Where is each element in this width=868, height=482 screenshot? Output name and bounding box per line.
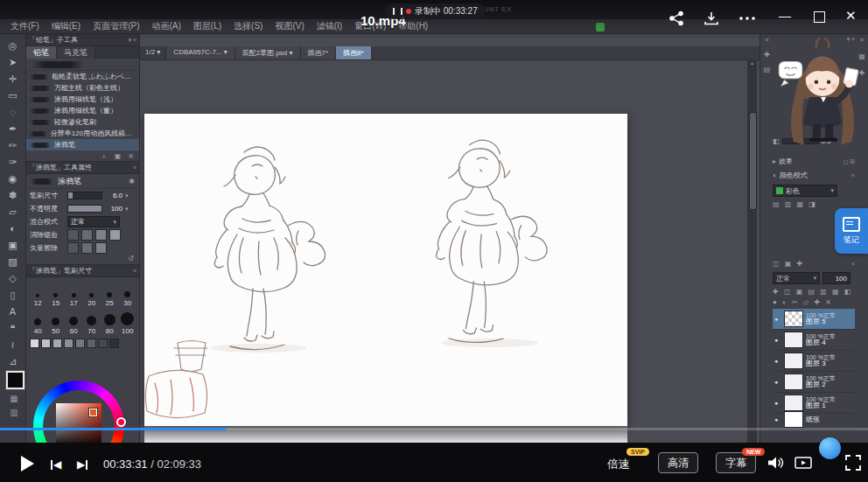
download-icon[interactable] — [704, 10, 719, 26]
eyedropper-tool-icon[interactable]: ⊿ — [4, 353, 23, 370]
stepper-icon[interactable]: ▾ — [125, 206, 129, 213]
brush-size-option[interactable]: 70 — [83, 307, 102, 335]
panel-menu-icon[interactable]: ▾ « — [129, 37, 136, 44]
playback-speed-button[interactable]: 倍速 — [607, 457, 630, 472]
brush-item[interactable]: 粗糙柔软笔 ふわふわペン 中间 — [26, 71, 139, 82]
layer-row[interactable]: ●100 %正常图层 2 — [773, 372, 855, 393]
antialias-strong-option[interactable] — [109, 229, 121, 241]
operation-tool-icon[interactable]: ➤ — [4, 54, 23, 71]
pencil-tool-icon[interactable]: ✏ — [4, 137, 23, 154]
menu-item[interactable]: 选择(S) — [228, 20, 268, 32]
duplicate-brush-icon[interactable]: ▣ — [115, 152, 122, 160]
eraser-tool-icon[interactable]: ▱ — [4, 204, 23, 220]
text-tool-icon[interactable]: A — [4, 304, 23, 320]
brush-item[interactable]: 万能主线（彩色主线） — [26, 82, 139, 94]
blend-mode-dropdown[interactable]: 正常▾ — [67, 216, 120, 227]
canvas-vertical-scrollbar[interactable]: ▴ — [747, 59, 757, 443]
subtool-tab[interactable]: 铅笔 — [26, 46, 57, 59]
frame-tool-icon[interactable]: ▯ — [4, 287, 23, 304]
document-tab[interactable]: 装配2草图.psd ▾ — [235, 46, 301, 59]
layer-visibility-icon[interactable]: ● — [774, 316, 781, 322]
color-mode-select[interactable]: 彩色 ▾ — [773, 185, 837, 197]
canvas-page[interactable] — [144, 114, 627, 426]
next-button[interactable]: ▶ — [77, 458, 88, 471]
vector-eraser-option[interactable] — [67, 242, 79, 254]
brush-size-slider[interactable] — [67, 192, 102, 199]
color-set-icon[interactable]: ▦ — [4, 394, 24, 403]
brush-size-option[interactable]: 40 — [29, 307, 47, 335]
brush-size-option[interactable]: 30 — [119, 279, 137, 307]
play-button[interactable] — [21, 456, 34, 472]
maximize-icon[interactable] — [814, 11, 825, 23]
close-icon[interactable]: ✕ — [845, 8, 857, 24]
line-correction-tool-icon[interactable]: ≀ — [4, 337, 23, 353]
layer-tool-icons[interactable]: ✚ ◫ ▣ ▤ ▥ ▦ ◧ — [773, 288, 855, 296]
shape-tool-icon[interactable]: ◇ — [4, 270, 23, 287]
document-tab[interactable]: CDBA957C-7... ▾ — [166, 46, 234, 59]
menu-item[interactable]: 视图(V) — [270, 20, 309, 32]
delete-brush-icon[interactable]: ✕ — [128, 152, 134, 160]
brush-size-option[interactable]: 15 — [47, 279, 66, 307]
seek-bar[interactable] — [0, 428, 868, 430]
layer-row[interactable]: ●100 %正常图层 3 — [773, 351, 855, 372]
brush-size-option[interactable]: 100 — [119, 307, 137, 335]
move-tool-icon[interactable]: ✛ — [4, 71, 23, 87]
vector-eraser-option[interactable] — [81, 242, 93, 254]
dock-icon-column[interactable]: «✚▤ — [761, 36, 773, 73]
brush-item[interactable]: 涂鸦用细线笔（浅） — [26, 94, 139, 105]
share-icon[interactable] — [668, 10, 684, 26]
layer-visibility-icon[interactable]: ● — [774, 379, 781, 385]
brush-settings-icon[interactable]: ✱ — [129, 178, 135, 185]
gradient-tool-icon[interactable]: ▨ — [4, 254, 23, 270]
menu-item[interactable]: 图层(L) — [188, 20, 227, 32]
layer-row[interactable]: ●100 %正常图层 5 — [773, 309, 855, 330]
selection-tool-icon[interactable]: ▭ — [4, 87, 23, 104]
brush-size-option[interactable]: 80 — [101, 307, 119, 335]
document-tab[interactable]: 插画7* — [301, 46, 337, 59]
zoom-tool-icon[interactable]: ◎ — [4, 38, 23, 54]
panel-menu-icon[interactable]: « — [133, 164, 136, 171]
paper-layer-row[interactable]: ● 纸张 — [773, 409, 855, 430]
effect-icons[interactable]: ◻ ⊞ — [843, 158, 855, 165]
decoration-tool-icon[interactable]: ✽ — [4, 187, 23, 204]
pattern-icon[interactable]: ▥ — [4, 408, 24, 417]
reset-icon[interactable]: ↺ — [128, 255, 134, 264]
antialias-medium-option[interactable] — [95, 229, 107, 241]
layer-visibility-icon[interactable]: ● — [774, 416, 781, 423]
layer-blend-select[interactable]: 正常▾ — [773, 272, 820, 284]
brush-tool-icon[interactable]: ✑ — [4, 154, 23, 171]
main-color-swatch[interactable] — [6, 371, 24, 389]
layer-panel-icons[interactable]: ◫ ▣ ✚« — [773, 260, 855, 268]
brush-size-option[interactable]: 20 — [83, 279, 102, 307]
panel-icons[interactable]: ▤ ▥ ▦ ◨ — [773, 200, 855, 208]
brush-item[interactable]: 涂鸦用细线笔（重） — [26, 105, 139, 116]
quality-button[interactable]: 高清 — [658, 452, 698, 473]
expand-icon[interactable]: ▸ — [773, 157, 776, 165]
brush-size-option[interactable]: 50 — [47, 307, 66, 335]
layer-row[interactable]: ●100 %正常图层 4 — [773, 330, 855, 351]
minimize-icon[interactable]: — — [779, 9, 793, 23]
brush-size-option[interactable]: 12 — [29, 279, 47, 307]
menu-item[interactable]: 文件(F) — [5, 20, 45, 32]
airbrush-tool-icon[interactable]: ◉ — [4, 171, 23, 187]
brush-item[interactable]: 涂鸦笔 — [26, 139, 139, 150]
previous-button[interactable]: ◀ — [51, 458, 61, 471]
assistant-bubble[interactable] — [819, 437, 841, 459]
antialias-weak-option[interactable] — [81, 229, 93, 241]
blend-tool-icon[interactable]: ◐ — [4, 220, 23, 237]
panel-menu-icon[interactable]: « — [851, 172, 855, 178]
fill-tool-icon[interactable]: ▣ — [4, 237, 23, 254]
brush-item[interactable]: 轻微渗化笔刷 — [26, 116, 139, 128]
page-selector[interactable]: 1/2 ▾ — [140, 46, 166, 59]
menu-item[interactable]: 滤镜(I) — [312, 20, 347, 32]
menu-item[interactable]: 页面管理(P) — [88, 20, 144, 32]
brush-size-option[interactable]: 17 — [65, 279, 83, 307]
pen-tool-icon[interactable]: ✒ — [4, 121, 23, 137]
layer-visibility-icon[interactable]: ● — [774, 358, 781, 364]
opacity-slider[interactable] — [67, 205, 102, 213]
subtool-tab[interactable]: 马克笔 — [57, 46, 95, 59]
menu-item[interactable]: 编辑(E) — [46, 20, 86, 32]
balloon-tool-icon[interactable]: ❝ — [4, 320, 23, 337]
document-tab[interactable]: 插画8* — [336, 46, 372, 59]
more-options-icon[interactable] — [738, 15, 756, 22]
